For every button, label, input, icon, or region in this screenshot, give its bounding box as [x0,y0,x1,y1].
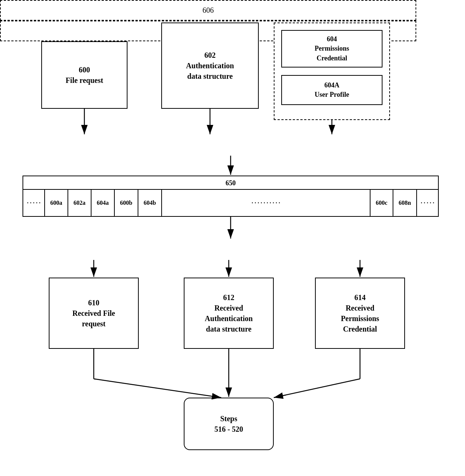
box-606-top-label: 606 [202,6,214,15]
box-602-label: 602Authenticationdata structure [186,50,234,81]
box-steps-label: Steps516 - 520 [214,413,243,434]
box-604a: 604AUser Profile [281,75,382,105]
box-612: 612ReceivedAuthenticationdata structure [184,278,274,349]
box-600: 600File request [41,41,128,109]
svg-line-13 [274,379,360,398]
box-614-label: 614ReceivedPermissionsCredential [341,292,379,334]
box-604-label: 604PermissionsCredential [315,35,349,63]
box-steps: Steps516 - 520 [184,398,274,450]
box-610-label: 610Received Filerequest [72,297,115,329]
box-604: 604PermissionsCredential [281,30,382,68]
box-610: 610Received Filerequest [49,278,139,349]
box-612-label: 612ReceivedAuthenticationdata structure [205,292,253,334]
box-650: 650 · · · · · 600a 602a 604a 600b 604b ·… [22,176,439,217]
box-602: 602Authenticationdata structure [161,23,259,109]
box-606-top: 606 [0,0,416,21]
svg-line-10 [94,379,221,398]
box-604a-label: 604AUser Profile [315,81,349,99]
box-600-label: 600File request [66,65,103,86]
diagram: 600File request 602Authenticationdata st… [0,0,465,476]
box-614: 614ReceivedPermissionsCredential [315,278,405,349]
